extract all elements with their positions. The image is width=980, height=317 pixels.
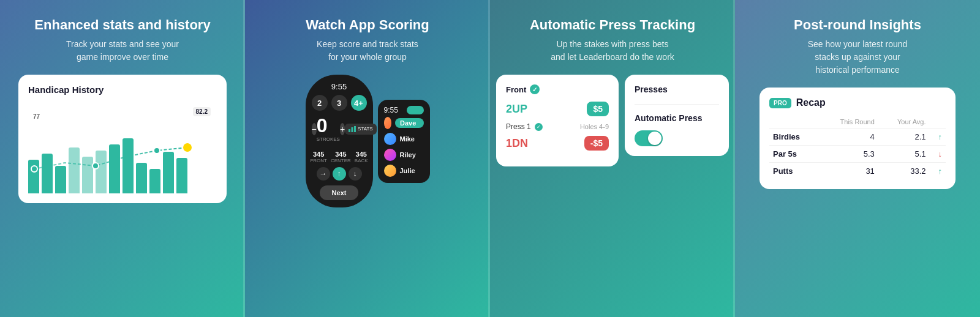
bet-row-2: 1DN -$5 xyxy=(506,136,609,151)
player-mike: Mike xyxy=(384,133,424,145)
neg-amount: -$5 xyxy=(584,136,609,151)
col-header-stat xyxy=(769,116,818,129)
panel1-subtitle: Track your stats and see yourgame improv… xyxy=(66,38,179,64)
watch-time-2: 9:55 xyxy=(384,106,398,114)
panel-watch: Watch App Scoring Keep score and track s… xyxy=(245,0,490,317)
num-btn-4plus[interactable]: 4+ xyxy=(351,95,367,111)
mike-name: Mike xyxy=(400,135,415,143)
row-this-1: 5.3 xyxy=(818,146,878,163)
num-btn-2[interactable]: 2 xyxy=(312,95,328,111)
presses-card: Presses Automatic Press xyxy=(625,75,729,156)
dave-avatar xyxy=(384,117,391,129)
riley-name: Riley xyxy=(400,151,416,158)
watch-time-1: 9:55 xyxy=(331,82,347,91)
front-card: Front ✓ 2UP $5 Press 1 ✓ Holes 4-9 1DN -… xyxy=(496,75,619,166)
stats-btn[interactable]: STATS xyxy=(345,124,377,135)
recap-row-2: Putts 31 33.2 ↑ xyxy=(769,163,946,180)
press1-check-icon: ✓ xyxy=(535,123,543,131)
recap-table: This Round Your Avg. Birdies 4 2.1 ↑ Par… xyxy=(769,116,946,179)
stats-icon xyxy=(349,126,356,132)
pro-badge: PRO xyxy=(769,98,791,108)
chart-area: 77 82.2 xyxy=(28,101,217,193)
arrow-down-btn[interactable]: ↓ xyxy=(349,167,362,181)
svg-point-0 xyxy=(31,166,37,172)
stroke-count: 0 xyxy=(317,116,340,135)
panel-insights: Post-round Insights See how your latest … xyxy=(735,0,980,317)
row-this-2: 31 xyxy=(818,163,878,180)
front-yards: 345 xyxy=(310,151,327,158)
player-dave: Dave xyxy=(384,117,424,129)
col-header-avg: Your Avg. xyxy=(878,116,930,129)
row-avg-1: 5.1 xyxy=(878,146,930,163)
julie-name: Julie xyxy=(400,167,415,174)
front-label: FRONT xyxy=(310,158,327,163)
trend-arrow-up: ↑ xyxy=(938,166,943,176)
watch-top-row: 9:55 xyxy=(384,106,424,114)
panel-press: Automatic Press Tracking Up the stakes w… xyxy=(490,0,735,317)
panel4-subtitle: See how your latest roundstacks up again… xyxy=(808,38,908,76)
row-trend-1: ↓ xyxy=(930,146,946,163)
back-yards: 345 xyxy=(355,151,368,158)
watch-controls: → ↑ ↓ xyxy=(317,167,362,181)
toggle-knob xyxy=(648,132,662,145)
svg-point-3 xyxy=(183,143,192,152)
svg-point-2 xyxy=(154,147,160,154)
arrow-up-btn[interactable]: ↑ xyxy=(333,167,346,181)
auto-press-label: Automatic Press xyxy=(635,113,719,123)
arrow-right-btn[interactable]: → xyxy=(317,167,330,181)
svg-point-1 xyxy=(92,163,99,169)
holes-label: Holes 4-9 xyxy=(580,123,609,130)
watch-square: 9:55 Dave Mike Riley Julie xyxy=(378,100,430,183)
col-header-this-round: This Round xyxy=(818,116,878,129)
panel2-title: Watch App Scoring xyxy=(306,17,429,33)
center-yards: 345 xyxy=(331,151,351,158)
row-label-0: Birdies xyxy=(769,129,818,146)
yardage-row: 345 FRONT 345 CENTER 345 BACK xyxy=(310,151,368,163)
panel4-title: Post-round Insights xyxy=(794,17,921,33)
recap-row-1: Par 5s 5.3 5.1 ↓ xyxy=(769,146,946,163)
col-header-trend xyxy=(930,116,946,129)
trend-line-svg xyxy=(34,114,212,193)
stats-label: STATS xyxy=(358,126,373,132)
panel2-subtitle: Keep score and track statsfor your whole… xyxy=(317,38,418,64)
plus-strokes[interactable]: + xyxy=(340,123,345,135)
row-avg-0: 2.1 xyxy=(878,129,930,146)
bet-row-1: 2UP $5 xyxy=(506,102,609,116)
minus-strokes[interactable]: − xyxy=(312,123,317,135)
divider-line xyxy=(635,104,719,105)
up-label: 2UP xyxy=(506,103,527,116)
row-label-2: Putts xyxy=(769,163,818,180)
recap-header: PRO Recap xyxy=(769,97,946,108)
auto-press-toggle[interactable] xyxy=(635,130,663,146)
panel3-subtitle: Up the stakes with press betsand let Lea… xyxy=(551,38,674,64)
active-indicator xyxy=(407,106,424,114)
handicap-history-title: Handicap History xyxy=(28,84,217,95)
row-label-1: Par 5s xyxy=(769,146,818,163)
front-card-title: Front ✓ xyxy=(506,84,609,94)
press-container: Front ✓ 2UP $5 Press 1 ✓ Holes 4-9 1DN -… xyxy=(496,75,729,166)
front-label-text: Front xyxy=(506,85,526,94)
mike-avatar xyxy=(384,133,396,145)
next-button[interactable]: Next xyxy=(320,185,359,200)
down-label: 1DN xyxy=(506,137,528,150)
stroke-label: STROKES xyxy=(317,136,340,142)
bet-amount: $5 xyxy=(587,102,609,116)
panel-stats: Enhanced stats and history Track your st… xyxy=(0,0,245,317)
svg-rect-5 xyxy=(352,127,353,132)
svg-rect-6 xyxy=(354,126,356,132)
recap-title: Recap xyxy=(796,97,826,108)
julie-avatar xyxy=(384,165,396,177)
panel1-title: Enhanced stats and history xyxy=(34,17,210,33)
row-trend-0: ↑ xyxy=(930,129,946,146)
panel3-title: Automatic Press Tracking xyxy=(530,17,695,33)
back-label: BACK xyxy=(355,158,368,163)
row-this-0: 4 xyxy=(818,129,878,146)
svg-rect-4 xyxy=(349,129,350,132)
player-julie: Julie xyxy=(384,165,424,177)
num-btn-3[interactable]: 3 xyxy=(331,95,347,111)
recap-row-0: Birdies 4 2.1 ↑ xyxy=(769,129,946,146)
dave-name: Dave xyxy=(395,118,424,128)
player-list: Dave Mike Riley Julie xyxy=(384,117,424,177)
row-trend-2: ↑ xyxy=(930,163,946,180)
center-label: CENTER xyxy=(331,158,351,163)
